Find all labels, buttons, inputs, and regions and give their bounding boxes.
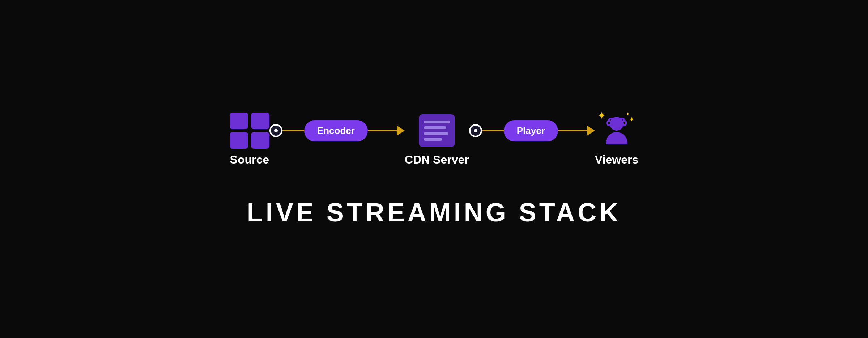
page-title: LIVE STREAMING STACK xyxy=(247,198,621,227)
cdn-player-line xyxy=(482,130,504,131)
viewers-person xyxy=(606,117,627,144)
viewers-icon: ✦ ✦ ✦ xyxy=(597,113,637,149)
source-output-dot xyxy=(269,124,282,137)
cdn-output-dot xyxy=(469,124,482,137)
source-node: Source xyxy=(230,111,269,169)
player-viewers-arrow xyxy=(558,126,595,136)
star-small-icon: ✦ xyxy=(629,115,634,123)
viewers-label: Viewers xyxy=(595,153,638,166)
player-pill: Player xyxy=(504,120,558,141)
encoder-pill: Encoder xyxy=(304,120,368,141)
streaming-diagram: Source Encoder CDN Server xyxy=(230,111,638,169)
cdn-label: CDN Server xyxy=(405,153,469,166)
cdn-node: CDN Server xyxy=(405,111,469,169)
source-to-cdn-connector: Encoder xyxy=(269,120,405,141)
source-encoder-line xyxy=(282,130,304,131)
star-large-icon: ✦ xyxy=(597,110,606,122)
cdn-to-viewers-connector: Player xyxy=(469,120,595,141)
source-label: Source xyxy=(230,153,269,166)
viewers-node: ✦ ✦ ✦ Viewers xyxy=(595,111,638,169)
cdn-icon xyxy=(419,114,455,147)
encoder-cdn-arrow xyxy=(368,126,405,136)
source-icon xyxy=(230,113,269,149)
